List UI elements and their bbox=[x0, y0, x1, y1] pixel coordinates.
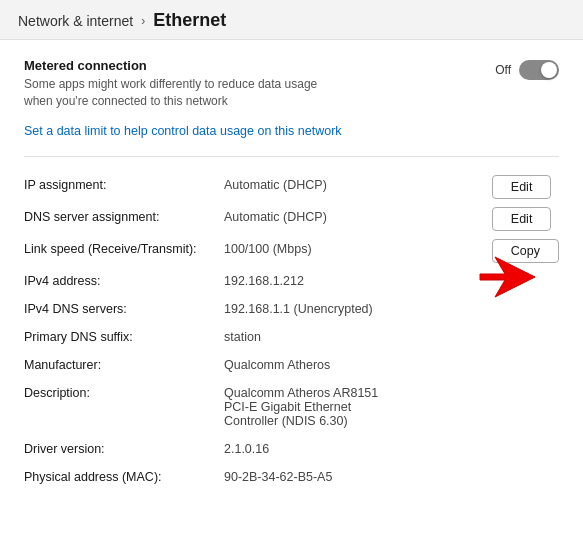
driver-version-label: Driver version: bbox=[24, 435, 224, 463]
ip-assignment-label: IP assignment: bbox=[24, 171, 224, 203]
driver-version-action bbox=[484, 435, 559, 463]
ip-assignment-edit-button[interactable]: Edit bbox=[492, 175, 552, 199]
manufacturer-label: Manufacturer: bbox=[24, 351, 224, 379]
ipv4-address-value: 192.168.1.212 bbox=[224, 267, 484, 295]
content-area: Metered connection Some apps might work … bbox=[0, 40, 583, 509]
link-speed-value: 100/100 (Mbps) bbox=[224, 235, 484, 267]
ipv4-address-action bbox=[484, 267, 559, 295]
ip-assignment-value: Automatic (DHCP) bbox=[224, 171, 484, 203]
toggle-container: Off bbox=[495, 60, 559, 80]
manufacturer-action bbox=[484, 351, 559, 379]
page-title: Ethernet bbox=[153, 10, 226, 31]
metered-description: Some apps might work differently to redu… bbox=[24, 76, 384, 110]
description-label: Description: bbox=[24, 379, 224, 435]
page-wrapper: Network & internet › Ethernet Metered co… bbox=[0, 0, 583, 533]
dns-assignment-value: Automatic (DHCP) bbox=[224, 203, 484, 235]
metered-toggle[interactable] bbox=[519, 60, 559, 80]
ipv4-address-label: IPv4 address: bbox=[24, 267, 224, 295]
header: Network & internet › Ethernet bbox=[0, 0, 583, 40]
toggle-knob bbox=[541, 62, 557, 78]
physical-address-label: Physical address (MAC): bbox=[24, 463, 224, 491]
manufacturer-value: Qualcomm Atheros bbox=[224, 351, 484, 379]
metered-section: Metered connection Some apps might work … bbox=[24, 58, 559, 110]
primary-dns-suffix-action bbox=[484, 323, 559, 351]
primary-dns-suffix-value: station bbox=[224, 323, 484, 351]
description-value: Qualcomm Atheros AR8151PCI-E Gigabit Eth… bbox=[224, 379, 484, 435]
copy-button[interactable]: Copy bbox=[492, 239, 559, 263]
toggle-label: Off bbox=[495, 63, 511, 77]
dns-assignment-action: Edit bbox=[484, 203, 559, 235]
link-speed-label: Link speed (Receive/Transmit): bbox=[24, 235, 224, 267]
data-limit-link[interactable]: Set a data limit to help control data us… bbox=[24, 124, 559, 138]
breadcrumb-chevron: › bbox=[141, 14, 145, 28]
ipv4-dns-value: 192.168.1.1 (Unencrypted) bbox=[224, 295, 484, 323]
info-grid: IP assignment: Automatic (DHCP) Edit DNS… bbox=[24, 171, 559, 491]
dns-assignment-label: DNS server assignment: bbox=[24, 203, 224, 235]
ipv4-dns-action bbox=[484, 295, 559, 323]
metered-text-block: Metered connection Some apps might work … bbox=[24, 58, 479, 110]
link-speed-action: Copy bbox=[484, 235, 559, 267]
driver-version-value: 2.1.0.16 bbox=[224, 435, 484, 463]
ip-assignment-action: Edit bbox=[484, 171, 559, 203]
dns-assignment-edit-button[interactable]: Edit bbox=[492, 207, 552, 231]
physical-address-value: 90-2B-34-62-B5-A5 bbox=[224, 463, 484, 491]
description-action bbox=[484, 379, 559, 435]
ipv4-dns-label: IPv4 DNS servers: bbox=[24, 295, 224, 323]
section-divider bbox=[24, 156, 559, 157]
primary-dns-suffix-label: Primary DNS suffix: bbox=[24, 323, 224, 351]
physical-address-action bbox=[484, 463, 559, 491]
metered-title: Metered connection bbox=[24, 58, 479, 73]
breadcrumb-network[interactable]: Network & internet bbox=[18, 13, 133, 29]
